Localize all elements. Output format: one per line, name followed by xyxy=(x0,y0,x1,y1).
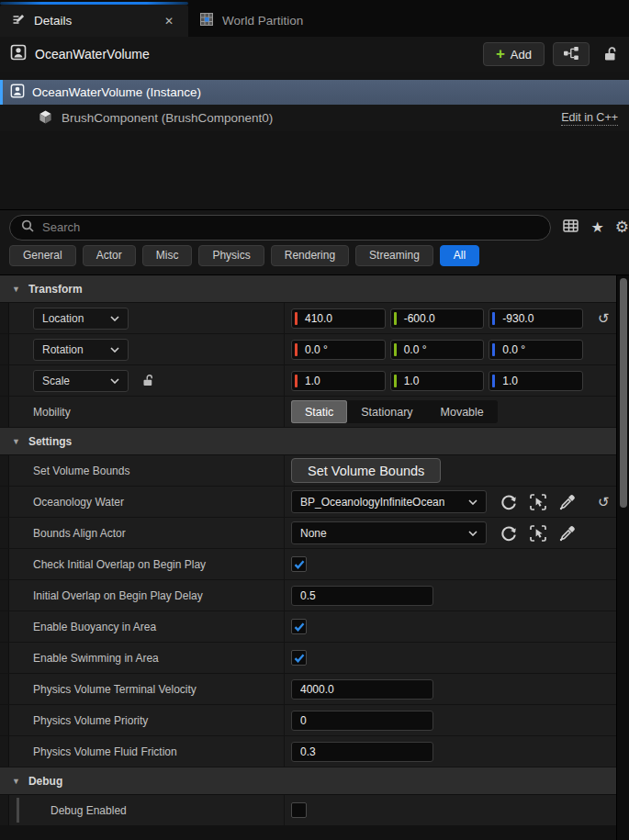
reset-icon[interactable]: ↺ xyxy=(598,310,610,327)
reset-icon[interactable]: ↺ xyxy=(598,494,610,510)
scale-unlock-icon[interactable] xyxy=(141,374,155,387)
actor-icon xyxy=(10,84,25,101)
search-row: ★ ⚙ xyxy=(0,209,629,244)
row-gutter xyxy=(0,303,9,333)
location-z-field[interactable]: -930.0 xyxy=(489,308,583,329)
tab-bar: Details ✕ World Partition xyxy=(0,0,629,37)
filter-actor[interactable]: Actor xyxy=(83,245,136,266)
location-y-field[interactable]: -600.0 xyxy=(390,308,485,329)
actor-icon xyxy=(10,44,27,64)
x-axis-bar xyxy=(295,312,298,325)
checkmark-icon xyxy=(294,622,305,632)
pick-object-icon[interactable] xyxy=(528,523,547,543)
search-field[interactable] xyxy=(9,215,551,241)
terminal-velocity-row: Physics Volume Terminal Velocity xyxy=(0,674,629,705)
chevron-down-icon: ▼ xyxy=(12,437,20,446)
fluid-friction-input[interactable] xyxy=(291,742,433,762)
z-axis-bar xyxy=(492,312,495,325)
edit-in-cpp-link[interactable]: Edit in C++ xyxy=(561,111,618,126)
scale-row: Scale 1.0 1.0 1.0 xyxy=(0,365,629,397)
checkmark-icon xyxy=(294,654,305,663)
terminal-velocity-input[interactable] xyxy=(291,679,433,700)
filter-streaming[interactable]: Streaming xyxy=(355,245,433,266)
filter-all[interactable]: All xyxy=(440,245,479,266)
filter-general[interactable]: General xyxy=(9,245,76,266)
details-panel: Details ✕ World Partition OceanWaterVolu… xyxy=(0,0,629,840)
row-gutter xyxy=(0,549,9,579)
debug-enabled-row: Debug Enabled xyxy=(0,795,629,826)
display-filter-icon[interactable] xyxy=(562,218,579,238)
chevron-down-icon xyxy=(110,316,119,321)
rotation-x-field[interactable]: 0.0 ° xyxy=(291,340,386,360)
search-input[interactable] xyxy=(42,220,540,234)
eyedropper-icon[interactable] xyxy=(557,492,577,511)
priority-row: Physics Volume Priority xyxy=(0,705,629,736)
chevron-down-icon xyxy=(468,499,477,505)
scale-x-field[interactable]: 1.0 xyxy=(291,371,386,391)
use-asset-icon[interactable] xyxy=(499,523,518,543)
close-icon[interactable]: ✕ xyxy=(161,15,177,28)
active-tab-indicator xyxy=(0,2,188,5)
set-volume-bounds-button[interactable]: Set Volume Bounds xyxy=(291,458,441,483)
y-axis-bar xyxy=(394,343,397,356)
tab-details[interactable]: Details ✕ xyxy=(0,5,188,37)
component-row[interactable]: BrushComponent (BrushComponent0) Edit in… xyxy=(0,105,629,131)
row-gutter xyxy=(0,397,9,427)
filter-rendering[interactable]: Rendering xyxy=(271,245,349,266)
page-title: OceanWaterVolume xyxy=(35,47,150,62)
row-gutter xyxy=(0,518,9,548)
filter-physics[interactable]: Physics xyxy=(198,245,264,266)
initial-overlap-delay-row: Initial Overlap on Begin Play Delay xyxy=(0,580,629,611)
section-debug-label: Debug xyxy=(28,775,62,788)
property-grid: ▼ Transform Location 410.0 -600.0 -930.0… xyxy=(0,274,629,840)
enable-swimming-checkbox[interactable] xyxy=(291,650,307,666)
section-settings[interactable]: ▼ Settings xyxy=(0,428,629,455)
mobility-movable[interactable]: Movable xyxy=(427,400,498,423)
unlock-icon[interactable] xyxy=(602,46,619,62)
z-axis-bar xyxy=(492,343,495,356)
section-transform[interactable]: ▼ Transform xyxy=(0,275,629,303)
favorites-star-icon[interactable]: ★ xyxy=(590,220,603,235)
rotation-y-field[interactable]: 0.0 ° xyxy=(390,340,485,360)
location-row: Location 410.0 -600.0 -930.0 ↺ xyxy=(0,303,629,334)
debug-enabled-checkbox[interactable] xyxy=(291,802,307,818)
priority-input[interactable] xyxy=(291,711,433,731)
scale-z-field[interactable]: 1.0 xyxy=(489,371,583,391)
check-initial-overlap-row: Check Initial Overlap on Begin Play xyxy=(0,549,629,580)
pick-object-icon[interactable] xyxy=(528,492,547,511)
location-dropdown[interactable]: Location xyxy=(33,308,129,330)
row-gutter xyxy=(0,674,9,704)
check-initial-overlap-checkbox[interactable] xyxy=(291,556,307,572)
add-button[interactable]: + Add xyxy=(483,42,545,66)
scale-dropdown[interactable]: Scale xyxy=(33,370,129,392)
oceanology-water-dropdown[interactable]: BP_OceanologyInfiniteOcean xyxy=(291,490,487,513)
mobility-selector: Static Stationary Movable xyxy=(291,400,498,423)
filter-misc[interactable]: Misc xyxy=(142,245,193,266)
chevron-down-icon: ▼ xyxy=(12,285,20,294)
scale-y-field[interactable]: 1.0 xyxy=(390,371,485,391)
chevron-down-icon xyxy=(468,531,477,536)
enable-buoyancy-checkbox[interactable] xyxy=(291,619,307,634)
chevron-down-icon: ▼ xyxy=(12,777,20,786)
mobility-stationary[interactable]: Stationary xyxy=(347,400,426,423)
scrollbar-thumb[interactable] xyxy=(620,278,627,508)
tab-world-partition[interactable]: World Partition xyxy=(188,5,314,37)
rotation-dropdown[interactable]: Rotation xyxy=(33,339,129,361)
y-axis-bar xyxy=(394,312,397,325)
mobility-static[interactable]: Static xyxy=(291,400,347,423)
location-x-field[interactable]: 410.0 xyxy=(291,308,386,329)
checkmark-icon xyxy=(294,560,305,569)
scrollbar[interactable] xyxy=(616,275,629,840)
node-graph-button[interactable] xyxy=(553,42,590,66)
eyedropper-icon[interactable] xyxy=(557,523,577,543)
use-asset-icon[interactable] xyxy=(499,492,518,511)
instance-label: OceanWaterVolume (Instance) xyxy=(32,85,201,99)
instance-row[interactable]: OceanWaterVolume (Instance) xyxy=(0,80,629,105)
settings-gear-icon[interactable]: ⚙ xyxy=(615,219,629,235)
row-gutter xyxy=(0,736,9,767)
bounds-align-actor-dropdown[interactable]: None xyxy=(291,521,487,544)
rotation-z-field[interactable]: 0.0 ° xyxy=(489,340,583,360)
initial-overlap-delay-input[interactable] xyxy=(291,586,433,606)
filter-chips: General Actor Misc Physics Rendering Str… xyxy=(0,244,629,274)
section-debug[interactable]: ▼ Debug xyxy=(0,767,629,795)
